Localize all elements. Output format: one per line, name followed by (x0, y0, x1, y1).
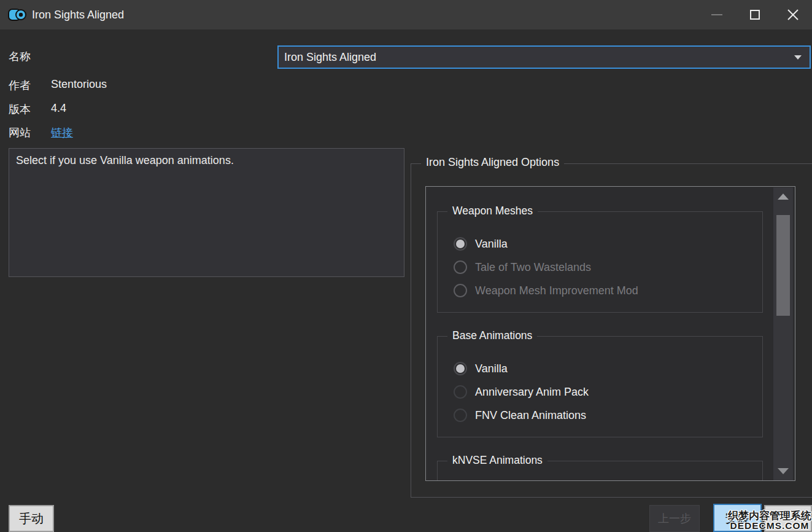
options-scroll-area: Weapon Meshes Vanilla Tale of Two Wastel… (425, 186, 795, 481)
description-pane: Select if you use Vanilla weapon animati… (9, 148, 404, 277)
group-base-animations: Base Animations Vanilla Anniversary Anim… (437, 336, 763, 437)
radio-option-label: Weapon Mesh Improvement Mod (475, 284, 638, 297)
radio-option-vanilla-anims[interactable]: Vanilla (454, 357, 762, 380)
radio-group: Vanilla Anniversary Anim Pack FNV Clean … (438, 337, 762, 427)
website-link[interactable]: 链接 (51, 125, 73, 140)
window-controls (698, 0, 812, 29)
installer-window: Iron Sights Aligned 名称 作者 Stentorious 版本… (0, 0, 812, 532)
radio-option-fnv-clean-animations[interactable]: FNV Clean Animations (454, 404, 762, 427)
group-weapon-meshes: Weapon Meshes Vanilla Tale of Two Wastel… (437, 211, 763, 313)
radio-unchecked-icon (454, 409, 467, 422)
scrollbar-up-button[interactable] (773, 189, 793, 205)
radio-checked-icon (454, 362, 467, 375)
maximize-icon (750, 10, 760, 20)
close-icon (787, 9, 798, 20)
maximize-button[interactable] (736, 0, 774, 29)
vertical-scrollbar[interactable] (773, 187, 793, 480)
chevron-down-icon[interactable] (794, 55, 802, 60)
mod-organizer-logo-icon (8, 7, 26, 22)
description-text: Select if you use Vanilla weapon animati… (16, 154, 234, 166)
group-title: Weapon Meshes (447, 205, 538, 217)
author-value: Stentorious (51, 78, 107, 91)
author-label: 作者 (9, 78, 31, 93)
group-title: kNVSE Animations (447, 454, 547, 467)
group-title: Base Animations (447, 329, 537, 342)
version-value: 4.4 (51, 102, 66, 115)
minimize-icon (711, 14, 722, 15)
close-button[interactable] (774, 0, 812, 29)
radio-unchecked-icon (454, 385, 467, 399)
name-label: 名称 (9, 49, 31, 64)
radio-unchecked-icon (454, 260, 467, 274)
scrollbar-down-button[interactable] (773, 463, 793, 479)
triangle-down-icon (778, 468, 789, 474)
radio-option-label: FNV Clean Animations (475, 409, 586, 422)
window-title: Iron Sights Aligned (32, 9, 124, 22)
scrollbar-thumb[interactable] (776, 215, 790, 316)
radio-option-wmim: Weapon Mesh Improvement Mod (454, 279, 762, 302)
cancel-button[interactable] (764, 505, 812, 532)
radio-option-ttw: Tale of Two Wastelands (454, 256, 762, 279)
back-button: 上一步 (649, 505, 700, 532)
triangle-up-icon (778, 194, 789, 200)
mod-name-input[interactable] (279, 47, 794, 68)
radio-option-label: Anniversary Anim Pack (475, 386, 589, 399)
radio-option-label: Vanilla (475, 362, 508, 375)
radio-checked-icon (454, 237, 467, 251)
radio-option-label: Tale of Two Wastelands (475, 261, 591, 274)
options-groupbox-title: Iron Sights Aligned Options (421, 156, 564, 169)
mod-name-combobox[interactable] (277, 45, 811, 69)
radio-option-vanilla-meshes[interactable]: Vanilla (454, 232, 762, 256)
radio-option-anniversary-anim-pack[interactable]: Anniversary Anim Pack (454, 380, 762, 404)
install-button[interactable]: 安装 (713, 504, 762, 532)
titlebar: Iron Sights Aligned (0, 0, 812, 29)
version-label: 版本 (9, 102, 31, 117)
group-knvse-animations: kNVSE Animations (437, 461, 763, 481)
radio-group: Vanilla Tale of Two Wastelands Weapon Me… (438, 212, 762, 302)
manual-button[interactable]: 手动 (9, 505, 54, 532)
radio-unchecked-icon (454, 284, 467, 297)
website-label: 网站 (9, 125, 31, 140)
minimize-button[interactable] (698, 0, 736, 29)
radio-option-label: Vanilla (475, 238, 508, 251)
